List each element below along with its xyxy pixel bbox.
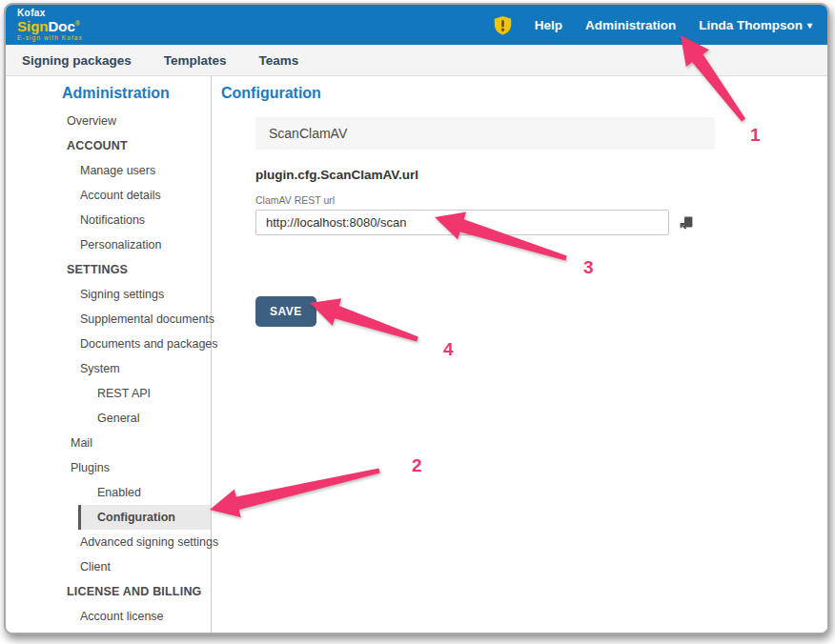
top-bar-right: Help Administration Linda Thompson▾ [494, 15, 812, 35]
url-input-row [255, 210, 715, 235]
help-link[interactable]: Help [535, 18, 562, 32]
logo-product-sign: Sign [17, 18, 49, 34]
plugin-panel-header: ScanClamAV [255, 117, 715, 150]
sidebar-item-configuration[interactable]: Configuration [78, 505, 211, 530]
content-area: Administration OverviewACCOUNTManage use… [6, 76, 827, 633]
sidebar-item-notifications[interactable]: Notifications [55, 208, 211, 232]
sidebar-section-settings: SETTINGS [55, 257, 211, 282]
sidebar-item-account-details[interactable]: Account details [55, 183, 211, 208]
page-title: Configuration [221, 85, 827, 102]
shield-warning-icon[interactable] [494, 15, 512, 35]
sidebar-item-account-license[interactable]: Account license [55, 604, 211, 629]
sidebar-section-account: ACCOUNT [55, 133, 211, 158]
nav-item-teams[interactable]: Teams [259, 53, 299, 68]
sidebar-item-manage-users[interactable]: Manage users [55, 158, 211, 183]
plugin-config-form: ScanClamAV plugin.cfg.ScanClamAV.url Cla… [255, 117, 715, 327]
plugin-config-key: plugin.cfg.ScanClamAV.url [255, 168, 715, 182]
sidebar-item-advanced-signing-settings[interactable]: Advanced signing settings [55, 530, 211, 554]
sidebar-item-system[interactable]: System [55, 356, 211, 381]
kofax-signdoc-logo: Kofax SignDoc® E-sign with Kofax [17, 9, 83, 42]
nav-item-templates[interactable]: Templates [164, 53, 227, 68]
sidebar-item-supplemental-documents[interactable]: Supplemental documents [55, 307, 211, 332]
sidebar-item-personalization[interactable]: Personalization [55, 232, 211, 257]
chevron-down-icon: ▾ [807, 20, 812, 30]
logo-trademark: ® [75, 20, 80, 27]
administration-link[interactable]: Administration [585, 18, 676, 32]
logo-tagline: E-sign with Kofax [17, 35, 83, 42]
nav-item-signing-packages[interactable]: Signing packages [22, 53, 132, 68]
sidebar-item-client[interactable]: Client [55, 554, 211, 579]
sidebar-item-overview[interactable]: Overview [55, 109, 211, 133]
sidebar-item-enabled[interactable]: Enabled [55, 480, 211, 505]
logo-product-doc: Doc [49, 18, 75, 34]
sidebar-item-rest-api[interactable]: REST API [55, 381, 211, 406]
clamav-rest-url-input[interactable] [255, 210, 669, 235]
clamav-rest-url-label: ClamAV REST url [255, 194, 715, 206]
user-menu[interactable]: Linda Thompson▾ [699, 18, 812, 32]
app-window: Kofax SignDoc® E-sign with Kofax Help Ad… [4, 3, 829, 634]
sidebar-section-license-and-billing: LICENSE AND BILLING [55, 579, 211, 604]
sidebar-item-documents-and-packages[interactable]: Documents and packages [55, 332, 211, 356]
sidebar-menu: OverviewACCOUNTManage usersAccount detai… [55, 109, 211, 629]
sidebar-item-plugins[interactable]: Plugins [55, 455, 211, 480]
logo-product: SignDoc® [17, 19, 83, 33]
sidebar-title: Administration [55, 85, 211, 102]
save-button[interactable]: SAVE [255, 296, 316, 327]
user-name: Linda Thompson [699, 18, 803, 32]
sidebar-item-signing-settings[interactable]: Signing settings [55, 282, 211, 307]
reset-to-default-icon[interactable] [680, 215, 694, 231]
sidebar-item-mail[interactable]: Mail [55, 431, 211, 455]
sidebar-item-general[interactable]: General [55, 406, 211, 431]
admin-sidebar: Administration OverviewACCOUNTManage use… [6, 76, 212, 633]
main-panel: Configuration ScanClamAV plugin.cfg.Scan… [212, 76, 827, 633]
top-bar: Kofax SignDoc® E-sign with Kofax Help Ad… [6, 5, 827, 45]
logo-brand: Kofax [17, 9, 83, 18]
main-nav: Signing packagesTemplatesTeams [6, 45, 827, 76]
